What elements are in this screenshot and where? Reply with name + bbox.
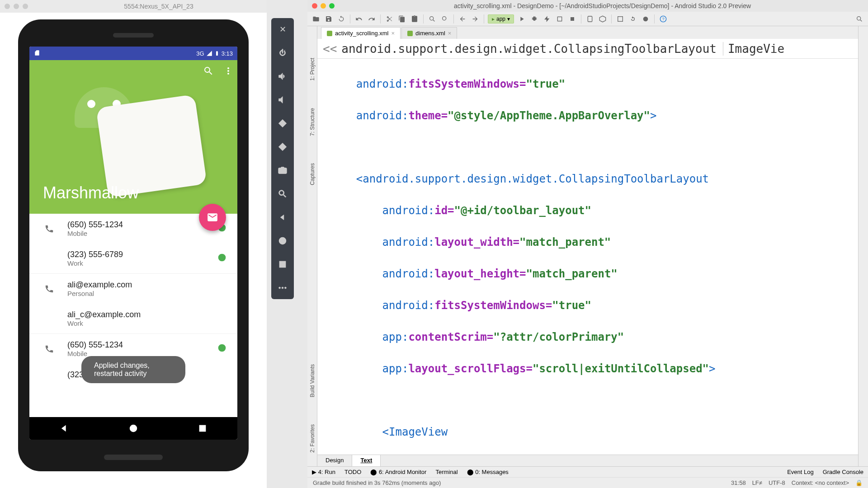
- close-icon[interactable]: ×: [391, 30, 395, 37]
- ddms-icon[interactable]: [641, 14, 651, 24]
- hangout-icon[interactable]: [217, 253, 226, 262]
- gutter-project[interactable]: 1: Project: [309, 58, 316, 81]
- svg-point-9: [279, 287, 281, 289]
- volume-up-icon[interactable]: [277, 70, 288, 82]
- emulator-titlebar: 5554:Nexus_5X_API_23: [0, 0, 267, 13]
- context: Context: <no context>: [792, 479, 849, 486]
- close-icon[interactable]: ✕: [277, 23, 288, 35]
- ide-window: activity_scrolling.xml - DesignDemo - [~…: [307, 0, 868, 488]
- gutter-captures[interactable]: Captures: [309, 163, 316, 185]
- recent-icon[interactable]: [198, 423, 208, 433]
- phone-screen[interactable]: 3G 3:13 Marshmallow: [29, 47, 237, 440]
- list-item[interactable]: ali_c@example.comWork: [29, 304, 237, 334]
- avd-icon[interactable]: [585, 14, 595, 24]
- home-icon[interactable]: [128, 423, 138, 433]
- gutter-structure[interactable]: 7: Structure: [309, 108, 316, 136]
- left-tool-gutter[interactable]: 1: Project 7: Structure Captures Build V…: [307, 26, 317, 466]
- gutter-favorites[interactable]: 2: Favorites: [309, 424, 316, 453]
- cut-icon[interactable]: [384, 14, 394, 24]
- more-icon[interactable]: [223, 66, 234, 76]
- rotate-left-icon[interactable]: [277, 117, 288, 129]
- open-icon[interactable]: [311, 14, 321, 24]
- tab-design[interactable]: Design: [317, 455, 352, 466]
- svg-point-2: [218, 344, 226, 352]
- sync-gradle-icon[interactable]: [628, 14, 638, 24]
- network-label: 3G: [196, 50, 204, 57]
- tool-gradle[interactable]: Gradle Console: [823, 469, 863, 475]
- encoding: UTF-8: [769, 479, 785, 486]
- help-icon[interactable]: ?: [658, 14, 668, 24]
- stop-icon[interactable]: [567, 14, 577, 24]
- tool-messages[interactable]: ⬤ 0: Messages: [467, 469, 509, 475]
- apply-changes-icon[interactable]: [542, 14, 552, 24]
- window-controls[interactable]: [5, 4, 28, 9]
- list-item[interactable]: (323) 555-6789Work: [29, 244, 237, 274]
- emulator-window: 5554:Nexus_5X_API_23 3G 3:13: [0, 0, 267, 488]
- debug-icon[interactable]: [529, 14, 539, 24]
- run-icon[interactable]: [517, 14, 527, 24]
- replace-icon[interactable]: [440, 14, 450, 24]
- save-icon[interactable]: [324, 14, 334, 24]
- zoom-icon[interactable]: [277, 188, 288, 200]
- tab-activity-scrolling[interactable]: activity_scrolling.xml×: [321, 27, 401, 39]
- editor-breadcrumb[interactable]: << android.support.design.widget.Collaps…: [317, 39, 858, 59]
- svg-rect-15: [557, 17, 561, 21]
- undo-icon[interactable]: [354, 14, 364, 24]
- volume-down-icon[interactable]: [277, 94, 288, 106]
- list-item[interactable]: ali@example.comPersonal: [29, 274, 237, 304]
- right-tool-gutter[interactable]: [858, 26, 868, 466]
- nav-back-icon[interactable]: [277, 211, 288, 223]
- svg-point-14: [443, 16, 446, 20]
- redo-icon[interactable]: [367, 14, 377, 24]
- gutter-variants[interactable]: Build Variants: [309, 364, 316, 397]
- tool-monitor[interactable]: ⬤ 6: Android Monitor: [370, 469, 426, 475]
- find-icon[interactable]: [427, 14, 437, 24]
- contact-secondary: Work: [67, 259, 217, 267]
- code-editor[interactable]: android:fitsSystemWindows="true" android…: [317, 59, 858, 455]
- tool-todo[interactable]: TODO: [344, 469, 361, 475]
- sdcard-icon: [34, 50, 40, 56]
- hangout-icon[interactable]: [217, 343, 226, 352]
- close-icon[interactable]: ×: [448, 30, 452, 37]
- svg-rect-6: [279, 143, 286, 150]
- search-icon[interactable]: [203, 66, 214, 76]
- run-config-dropdown[interactable]: ▸app▾: [488, 14, 514, 23]
- tool-run[interactable]: ▶ 4: Run: [312, 469, 335, 475]
- window-controls[interactable]: [312, 3, 335, 9]
- paste-icon[interactable]: [410, 14, 420, 24]
- svg-rect-8: [280, 262, 286, 267]
- back-nav-icon[interactable]: [458, 14, 467, 24]
- copy-icon[interactable]: [397, 14, 407, 24]
- email-fab[interactable]: [199, 204, 226, 231]
- tool-eventlog[interactable]: Event Log: [787, 469, 814, 475]
- signal-icon: [206, 50, 212, 56]
- svg-rect-4: [200, 426, 206, 432]
- status-bar: Gradle build finished in 3s 762ms (momen…: [307, 477, 868, 488]
- sdk-icon[interactable]: [598, 14, 608, 24]
- power-icon[interactable]: [277, 47, 288, 59]
- tab-text[interactable]: Text: [352, 455, 381, 466]
- svg-text:?: ?: [662, 17, 664, 21]
- contact-secondary: Personal: [67, 290, 226, 297]
- marshmallow-image: [57, 74, 192, 196]
- bottom-tool-bar: ▶ 4: Run TODO ⬤ 6: Android Monitor Termi…: [307, 466, 868, 477]
- emulator-toolbar: ✕: [271, 18, 294, 299]
- forward-nav-icon[interactable]: [470, 14, 480, 24]
- overflow-icon[interactable]: [277, 282, 288, 294]
- contact-secondary: Mobile: [67, 230, 217, 237]
- rotate-right-icon[interactable]: [277, 141, 288, 153]
- svg-point-1: [218, 254, 226, 262]
- camera-icon[interactable]: [277, 164, 288, 176]
- nav-home-icon[interactable]: [277, 235, 288, 247]
- attach-icon[interactable]: [555, 14, 565, 24]
- nav-recent-icon[interactable]: [277, 258, 288, 270]
- back-icon[interactable]: [59, 423, 69, 433]
- svg-point-10: [282, 287, 283, 289]
- tab-dimens[interactable]: dimens.xml×: [401, 27, 457, 39]
- search-everywhere-icon[interactable]: [854, 14, 864, 24]
- sync-icon[interactable]: [336, 14, 346, 24]
- project-structure-icon[interactable]: [615, 14, 625, 24]
- tool-terminal[interactable]: Terminal: [435, 469, 458, 475]
- caret-position: 31:58: [731, 479, 746, 486]
- editor-mode-tabs: Design Text: [317, 455, 858, 466]
